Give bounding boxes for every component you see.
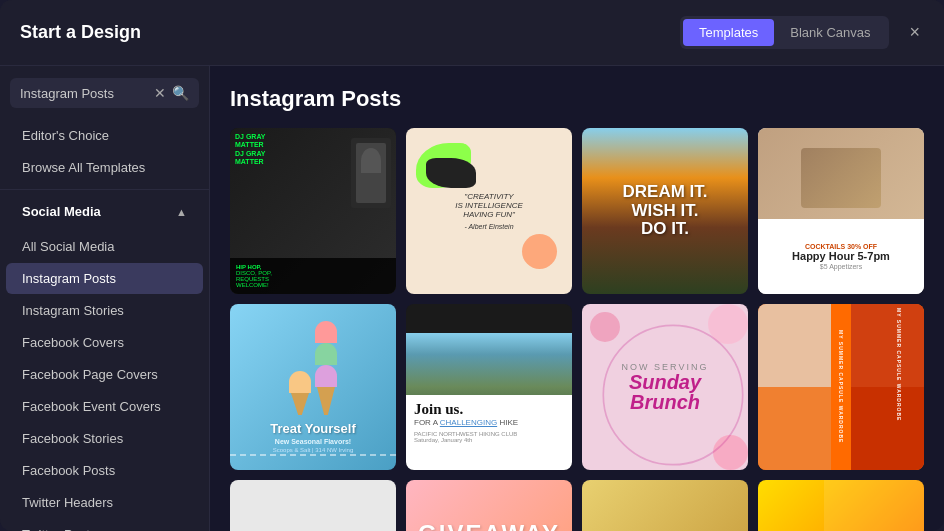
- template-card-giveaway[interactable]: GIVEAWAY: [406, 480, 572, 531]
- template-card-capsule[interactable]: MY SUMMER CAPSULE WARDROBE MY SUMMER CAP…: [758, 304, 924, 470]
- template-card-kindness[interactable]: "In a world where you can be anything, b…: [230, 480, 396, 531]
- sidebar-item-instagram-posts[interactable]: Instagram Posts: [6, 263, 203, 294]
- tab-blank-canvas[interactable]: Blank Canvas: [774, 19, 886, 46]
- clear-icon[interactable]: ✕: [154, 85, 166, 101]
- tab-group: Templates Blank Canvas: [680, 16, 889, 49]
- sidebar-item-twitter-headers[interactable]: Twitter Headers: [6, 487, 203, 518]
- template-card-dj[interactable]: DJ GRAYMATTERDJ GRAYMATTER HIP HOP, DISC…: [230, 128, 396, 294]
- template-grid: DJ GRAYMATTERDJ GRAYMATTER HIP HOP, DISC…: [230, 128, 924, 531]
- close-button[interactable]: ×: [905, 18, 924, 47]
- modal: Start a Design Templates Blank Canvas × …: [0, 0, 944, 531]
- modal-body: Instagram Posts ✕ 🔍 Editor's Choice Brow…: [0, 66, 944, 531]
- search-box[interactable]: Instagram Posts ✕ 🔍: [10, 78, 199, 108]
- sidebar-item-twitter-posts[interactable]: Twitter Posts: [6, 519, 203, 531]
- sidebar-item-facebook-posts[interactable]: Facebook Posts: [6, 455, 203, 486]
- sidebar-item-facebook-event-covers[interactable]: Facebook Event Covers: [6, 391, 203, 422]
- sidebar-item-all-social[interactable]: All Social Media: [6, 231, 203, 262]
- chevron-up-icon: ▲: [176, 206, 187, 218]
- sidebar-item-facebook-covers[interactable]: Facebook Covers: [6, 327, 203, 358]
- sidebar: Instagram Posts ✕ 🔍 Editor's Choice Brow…: [0, 66, 210, 531]
- divider: [0, 189, 209, 190]
- template-card-happy-hour[interactable]: COCKTAILS 30% OFF Happy Hour 5-7pm $5 Ap…: [758, 128, 924, 294]
- template-card-hike[interactable]: Join us. FOR A CHALLENGING HIKE PACIFIC …: [406, 304, 572, 470]
- sidebar-item-editors-choice[interactable]: Editor's Choice: [6, 120, 203, 151]
- search-icon[interactable]: 🔍: [172, 85, 189, 101]
- template-card-ice-cream[interactable]: Treat Yourself New Seasonal Flavors! Sco…: [230, 304, 396, 470]
- modal-title: Start a Design: [20, 22, 680, 43]
- template-card-workshops[interactable]: Don't miss our workshops!: [758, 480, 924, 531]
- template-card-bar[interactable]: BLUE JAY BAR & PUB: [582, 480, 748, 531]
- sidebar-item-instagram-stories[interactable]: Instagram Stories: [6, 295, 203, 326]
- social-media-label: Social Media: [22, 204, 101, 219]
- template-card-quote[interactable]: "CREATIVITY IS INTELLIGENCE HAVING FUN" …: [406, 128, 572, 294]
- modal-header: Start a Design Templates Blank Canvas ×: [0, 0, 944, 66]
- sidebar-item-facebook-page-covers[interactable]: Facebook Page Covers: [6, 359, 203, 390]
- sidebar-item-facebook-stories[interactable]: Facebook Stories: [6, 423, 203, 454]
- content-title: Instagram Posts: [230, 86, 924, 112]
- template-card-brunch[interactable]: NOW SERVING Sunday Brunch: [582, 304, 748, 470]
- search-value: Instagram Posts: [20, 86, 148, 101]
- tab-templates[interactable]: Templates: [683, 19, 774, 46]
- social-media-section-header[interactable]: Social Media ▲: [6, 196, 203, 227]
- sidebar-item-browse-all[interactable]: Browse All Templates: [6, 152, 203, 183]
- main-content: Instagram Posts DJ GRAYMATTERDJ GRAYMATT…: [210, 66, 944, 531]
- template-card-dream[interactable]: DREAM IT. WISH IT. DO IT.: [582, 128, 748, 294]
